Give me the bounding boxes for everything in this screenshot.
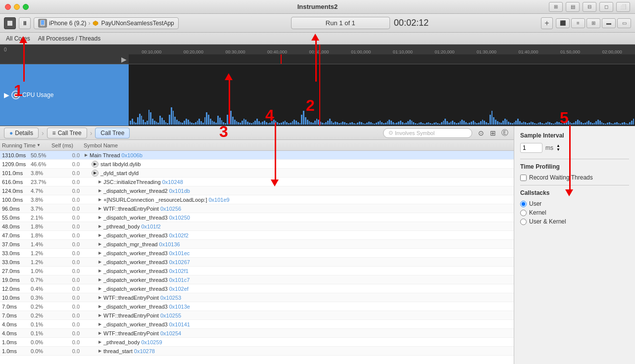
view-btn-wide[interactable]: ▬ [602, 18, 616, 28]
cell-running-time: 124.0ms [2, 188, 31, 194]
cell-symbol: ▶WTF::threadEntryPoint 0x10254 [84, 330, 512, 336]
waveform-bar [372, 123, 374, 125]
toolbar-btn-3[interactable]: ⊟ [583, 2, 596, 12]
waveform-bar [253, 122, 254, 125]
table-row[interactable]: 1209.0ms46.6%0.0 ▶start libdyld.dylib [0, 160, 514, 169]
view-btn-narrow[interactable]: ▭ [617, 18, 631, 28]
table-row[interactable]: 19.0ms0.7%0.0 ▶_dispatch_worker_thread3 … [0, 275, 514, 284]
waveform-bar [493, 117, 494, 125]
maximize-button[interactable] [23, 4, 29, 10]
waveform-bar [448, 123, 450, 125]
waveform-bar [519, 121, 521, 125]
waveform-bar [286, 122, 288, 125]
waveform-bar [504, 119, 506, 125]
stop-button[interactable] [4, 17, 16, 29]
waveform-bar [460, 121, 461, 125]
toolbar-btn-4[interactable]: ◻ [599, 2, 613, 12]
device-selector[interactable]: iPhone 6 (9.2) › PayUNonSeamlessTestApp [34, 17, 179, 29]
table-row[interactable]: 124.0ms4.7%0.0 ▶_dispatch_worker_thread2… [0, 186, 514, 195]
col-header-self[interactable]: Self (ms) [51, 142, 84, 148]
waveform-bar [380, 121, 381, 125]
table-row[interactable]: 7.0ms0.2%0.0 ▶_dispatch_worker_thread3 0… [0, 302, 514, 311]
filter-all-cores[interactable]: All Cores [6, 35, 30, 42]
track-expand-icon[interactable]: ▶ [4, 91, 9, 99]
waveform-bar [571, 123, 573, 125]
waveform-bar [310, 122, 312, 125]
table-row[interactable]: 7.0ms0.2%0.0 ▶WTF::threadEntryPoint 0x10… [0, 311, 514, 320]
cell-self: 0.0 [51, 268, 84, 274]
minimize-button[interactable] [14, 4, 20, 10]
settings-icon-btn[interactable]: ⊞ [488, 128, 498, 138]
clock-icon-btn[interactable]: ⊙ [476, 128, 486, 138]
run-info: Run 1 of 1 00:02:12 [291, 17, 429, 29]
circle-button[interactable]: ▶ [92, 161, 98, 168]
toolbar-btn-2[interactable]: ▤ [566, 2, 580, 12]
tab-calltree-active[interactable]: Call Tree [95, 128, 130, 138]
waveform-bar [266, 122, 267, 125]
table-row[interactable]: 1.0ms0.0%0.0 ▶_pthread_body 0x10259 [0, 338, 514, 347]
waveform-bar [469, 123, 470, 125]
waveform-bar [609, 122, 610, 125]
waveform-bar [515, 121, 517, 125]
cell-symbol: ▶WTF::threadEntryPoint 0x10255 [84, 313, 512, 318]
table-row[interactable]: 10.0ms0.3%0.0 ▶WTF::threadEntryPoint 0x1… [0, 293, 514, 302]
radio-user-kernel[interactable] [520, 219, 527, 225]
filter-all-processes[interactable]: All Processes / Threads [38, 35, 101, 42]
table-row[interactable]: 55.0ms2.1%0.0 ▶_dispatch_worker_thread3 … [0, 213, 514, 222]
toolbar-btn-1[interactable]: ⊞ [549, 2, 563, 12]
tab-calltree-breadcrumb[interactable]: ≡ Call Tree [47, 128, 87, 138]
waveform-bar [536, 124, 537, 125]
table-row[interactable]: 100.0ms3.8%0.0 ▶+[NSURLConnection _resou… [0, 195, 514, 204]
table-row[interactable]: 96.0ms3.7%0.0 ▶WTF::threadEntryPoint 0x1… [0, 204, 514, 213]
ms-stepper[interactable]: ▲ ▼ [556, 144, 560, 152]
table-row[interactable]: 27.0ms1.0%0.0 ▶_dispatch_worker_thread3 … [0, 267, 514, 275]
waveform-bar [197, 121, 198, 125]
view-btn-cpu[interactable]: ⬛ [556, 18, 570, 28]
table-row[interactable]: 4.0ms0.1%0.0 ▶WTF::threadEntryPoint 0x10… [0, 329, 514, 338]
cell-running-time: 616.0ms [2, 179, 31, 185]
record-waiting-checkbox[interactable] [520, 175, 527, 181]
table-row[interactable]: 48.0ms1.8%0.0 ▶_pthread_body 0x101f2 [0, 222, 514, 231]
col-header-running-time[interactable]: Running Time ▼ [2, 142, 51, 148]
table-row[interactable]: 37.0ms1.4%0.0 ▶_dispatch_mgr_thread 0x10… [0, 240, 514, 249]
cpu-waveform [129, 64, 635, 126]
waveform-bar [396, 123, 397, 125]
col-header-symbol[interactable]: Symbol Name [84, 142, 512, 148]
waveform-bar [575, 121, 577, 125]
involves-symbol-search[interactable]: ⊙ Involves Symbol [383, 128, 472, 138]
pause-button[interactable]: ⏸ [19, 17, 31, 29]
waveform-bar [305, 117, 306, 125]
play-icon[interactable]: ▶ [121, 55, 127, 63]
table-row[interactable]: 616.0ms23.7%0.0 ▶JSC::initializeThreadin… [0, 178, 514, 186]
tab-details[interactable]: ● Details [4, 128, 39, 138]
view-btn-list[interactable]: ≡ [571, 18, 585, 28]
cell-pct: 4.7% [31, 188, 51, 194]
sample-interval-input[interactable] [520, 143, 542, 153]
waveform-bar [534, 123, 536, 125]
radio-user[interactable] [520, 201, 527, 207]
cell-self: 0.0 [51, 304, 84, 310]
waveform-bar [626, 123, 627, 125]
table-row[interactable]: 47.0ms1.8%0.0 ▶_dispatch_worker_thread3 … [0, 231, 514, 240]
circle-button[interactable]: ▶ [92, 170, 98, 177]
radio-kernel[interactable] [520, 210, 527, 216]
table-row[interactable]: 4.0ms0.1%0.0 ▶_dispatch_worker_thread3 0… [0, 320, 514, 329]
table-row[interactable]: 101.0ms3.8%0.0 ▶_dyld_start dyld [0, 169, 514, 178]
table-row[interactable]: 1.0ms0.0%0.0 ▶thread_start 0x10278 [0, 347, 514, 356]
close-button[interactable] [5, 4, 11, 10]
indent-spacer [84, 161, 91, 167]
table-row[interactable]: 33.0ms1.2%0.0 ▶_dispatch_worker_thread3 … [0, 249, 514, 258]
waveform-bar [570, 122, 571, 125]
add-instrument-button[interactable]: + [541, 17, 553, 29]
triangle-icon: ▶ [98, 180, 101, 184]
waveform-bar [299, 123, 301, 125]
view-btn-grid[interactable]: ⊞ [586, 18, 600, 28]
table-row[interactable]: 33.0ms1.2%0.0 ▶_dispatch_worker_thread3 … [0, 258, 514, 267]
toolbar-btn-5[interactable]: ⬜ [616, 2, 630, 12]
table-row[interactable]: 1310.0ms50.5%0.0▶Main Thread 0x1006b [0, 151, 514, 160]
chevron-right-icon: › [88, 20, 90, 27]
pause-icon: ⏸ [22, 20, 28, 27]
waveform-bar [309, 121, 310, 125]
table-row[interactable]: 12.0ms0.4%0.0 ▶_dispatch_worker_thread3 … [0, 284, 514, 293]
expand-icon-btn[interactable]: Ⓔ [500, 128, 510, 138]
